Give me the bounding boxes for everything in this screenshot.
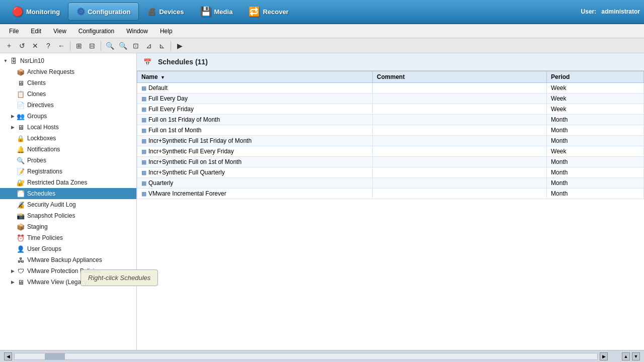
nav-devices[interactable]: 🖨 Devices [139,3,192,21]
media-icon: 💾 [200,6,211,17]
cell-comment [373,189,547,199]
nav-media[interactable]: 💾 Media [192,3,241,21]
sidebar-item-security-audit-log[interactable]: 🔏 Security Audit Log [0,199,136,210]
sidebar-item-lockboxes[interactable]: 🔒 Lockboxes [0,133,136,144]
sidebar-item-directives[interactable]: 📄 Directives [0,100,136,111]
table-row[interactable]: ▦Full Every DayWeek [137,94,644,104]
content-scroll-area[interactable]: Name ▼ Comment Period ▦DefaultWeek▦Full … [137,71,644,350]
sidebar-label-restricted-data-zones: Restricted Data Zones [27,179,87,186]
toolbar-zoom-in[interactable]: 🔍 [117,40,129,52]
sidebar-item-local-hosts[interactable]: ▶ 🖥 Local Hosts [0,122,136,133]
table-row[interactable]: ▦Incr+Synthetic Full 1st Friday of Month… [137,136,644,146]
table-body: ▦DefaultWeek▦Full Every DayWeek▦Full Eve… [137,83,644,199]
sidebar-item-clients[interactable]: 🖥 Clients [0,77,136,88]
table-row[interactable]: ▦DefaultWeek [137,83,644,94]
cell-period: Week [547,104,644,115]
table-row[interactable]: ▦Incr+Synthetic Full QuarterlyMonth [137,167,644,178]
menu-help[interactable]: Help [155,26,178,36]
col-header-name[interactable]: Name ▼ [137,71,373,83]
sidebar-item-registrations[interactable]: 📝 Registrations [0,166,136,177]
toolbar-add[interactable]: ＋ [3,40,15,52]
top-navigation: 🔴 Monitoring ⚙ Configuration 🖨 Devices 💾… [0,0,644,24]
toolbar-zoom-out[interactable]: 🔍 [104,40,116,52]
menu-configuration[interactable]: Configuration [73,26,119,36]
col-period-label: Period [551,73,570,80]
toolbar-help[interactable]: ? [42,40,54,52]
scroll-up-btn[interactable]: ▲ [622,352,630,360]
nav-media-label: Media [214,8,233,16]
nav-recover[interactable]: 🔁 Recover [240,3,296,21]
sidebar-label-snapshot-policies: Snapshot Policies [27,212,75,219]
toolbar-fit[interactable]: ⊡ [130,40,142,52]
cell-period: Month [547,125,644,136]
nav-monitoring[interactable]: 🔴 Monitoring [4,3,68,21]
toolbar-expand[interactable]: ⊿ [143,40,155,52]
sidebar-item-snapshot-policies[interactable]: 📸 Snapshot Policies [0,210,136,221]
user-groups-icon: 👤 [16,244,25,253]
toolbar-view-grid[interactable]: ⊞ [73,40,85,52]
toolbar-back[interactable]: ← [55,40,67,52]
schedules-expand-icon [9,190,16,197]
table-row[interactable]: ▦Incr+Synthetic Full on 1st of MonthMont… [137,157,644,167]
sidebar-item-groups[interactable]: ▶ 👥 Groups [0,111,136,122]
table-row[interactable]: ▦Full Every FridayWeek [137,104,644,115]
scroll-track[interactable] [14,353,598,360]
toolbar-view-list[interactable]: ⊟ [86,40,98,52]
scroll-left-btn[interactable]: ◀ [4,352,12,360]
toolbar-delete[interactable]: ✕ [29,40,41,52]
sidebar-tree: ▼ 🗄 NsrLin10 📦 Archive Requests 🖥 Client… [0,53,136,290]
col-header-comment[interactable]: Comment [373,71,547,83]
sidebar-label-time-policies: Time Policies [27,234,63,241]
sidebar-item-notifications[interactable]: 🔔 Notifications [0,144,136,155]
table-row[interactable]: ▦Full on 1st Friday of MonthMonth [137,115,644,125]
menu-edit[interactable]: Edit [26,26,46,36]
sidebar-item-schedules[interactable]: 📅 Schedules [0,188,136,199]
sidebar-item-probes[interactable]: 🔍 Probes [0,155,136,166]
notifications-expand-icon [9,146,16,153]
sidebar-label-notifications: Notifications [27,146,60,153]
cell-period: Month [547,115,644,125]
clones-expand-icon [9,90,16,98]
local-hosts-expand-icon: ▶ [9,124,16,131]
rdz-expand-icon [9,179,16,186]
scroll-right-btn[interactable]: ▶ [600,352,608,360]
nav-configuration[interactable]: ⚙ Configuration [68,3,139,21]
table-header-row: Name ▼ Comment Period [137,71,644,83]
table-row[interactable]: ▦Incr+Synthetic Full Every FridayWeek [137,146,644,157]
sidebar-item-archive-requests[interactable]: 📦 Archive Requests [0,66,136,77]
col-header-period[interactable]: Period [547,71,644,83]
directives-expand-icon [9,102,16,109]
table-row[interactable]: ▦Full on 1st of MonthMonth [137,125,644,136]
menu-window[interactable]: Window [121,26,153,36]
toolbar-collapse[interactable]: ⊾ [156,40,168,52]
sidebar-root-node[interactable]: ▼ 🗄 NsrLin10 [0,55,136,66]
monitoring-icon: 🔴 [12,6,23,17]
sidebar-item-time-policies[interactable]: ⏰ Time Policies [0,232,136,243]
sidebar-item-vmware-backup-appliances[interactable]: 🖧 VMware Backup Appliances [0,254,136,265]
sidebar-label-vmware-backup-appliances: VMware Backup Appliances [27,256,102,263]
cell-name: ▦Default [137,83,373,94]
sidebar-item-clones[interactable]: 📋 Clones [0,88,136,100]
sidebar-item-staging[interactable]: 📦 Staging [0,221,136,232]
scroll-down-btn[interactable]: ▼ [632,352,640,360]
toolbar-refresh[interactable]: ↺ [16,40,28,52]
sidebar-label-probes: Probes [27,157,46,164]
vpp-expand-icon: ▶ [9,267,16,275]
menu-file[interactable]: File [4,26,24,36]
sal-icon: 🔏 [16,200,25,209]
right-click-hint-text: Right-click Schedules [88,274,150,282]
main-layout: ▼ 🗄 NsrLin10 📦 Archive Requests 🖥 Client… [0,53,644,350]
table-row[interactable]: ▦QuarterlyMonth [137,178,644,189]
toolbar-sep1 [70,41,70,51]
sidebar-label-archive-requests: Archive Requests [27,68,74,75]
schedules-icon: 📅 [16,189,25,198]
sidebar-item-restricted-data-zones[interactable]: 🔐 Restricted Data Zones [0,177,136,188]
content-area: 📅 Schedules (11) Name ▼ Comment Per [137,53,644,350]
sidebar-item-user-groups[interactable]: 👤 User Groups [0,243,136,254]
toolbar-run[interactable]: ▶ [174,40,186,52]
time-policies-icon: ⏰ [16,233,25,242]
lockboxes-expand-icon [9,135,16,142]
menu-view[interactable]: View [48,26,71,36]
sal-expand-icon [9,201,16,208]
table-row[interactable]: ▦VMware Incremental ForeverMonth [137,189,644,199]
